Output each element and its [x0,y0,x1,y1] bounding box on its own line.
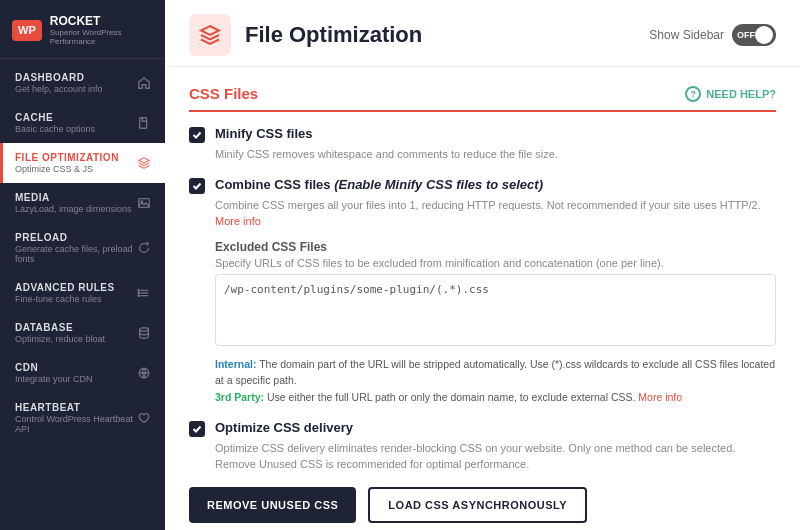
sidebar-toggle-label: Show Sidebar [649,28,724,42]
optimize-css-delivery-desc: Optimize CSS delivery eliminates render-… [215,440,776,473]
combine-css-label-em: (Enable Minify CSS files to select) [334,177,543,192]
logo-icon: WP [12,20,42,41]
content-area: CSS Files ? NEED HELP? Minify CSS files … [165,67,800,530]
toggle-knob [755,26,773,44]
combine-css-more-info-link[interactable]: More info [215,215,261,227]
main-content: File Optimization Show Sidebar OFF CSS F… [165,0,800,530]
svg-point-8 [138,295,139,296]
sidebar-item-file-optimization[interactable]: FILE OPTIMIZATION Optimize CSS & JS [0,143,165,183]
css-files-section-header: CSS Files ? NEED HELP? [189,85,776,112]
sidebar-item-heartbeat[interactable]: HEARTBEAT Control WordPress Heartbeat AP… [0,393,165,443]
globe-icon [135,364,153,382]
minify-css-checkbox[interactable] [189,127,205,143]
3rd-party-label: 3rd Party: [215,391,264,403]
excluded-css-label: Excluded CSS Files [215,240,776,254]
image-icon [135,194,153,212]
combine-css-option: Combine CSS files (Enable Minify CSS fil… [189,177,776,406]
home-icon [135,74,153,92]
file-icon [135,114,153,132]
sidebar-toggle-area: Show Sidebar OFF [649,24,776,46]
sidebar-item-preload[interactable]: PRELOAD Generate cache files, preload fo… [0,223,165,273]
svg-point-6 [138,290,139,291]
internal-label: Internal: [215,358,256,370]
3rd-party-more-info-link[interactable]: More info [638,391,682,403]
page-title: File Optimization [245,22,422,48]
refresh-icon [135,239,153,257]
bottom-buttons: REMOVE UNUSED CSS LOAD CSS ASYNCHRONOUSL… [189,487,776,523]
sidebar-nav: DASHBOARD Get help, account info CACHE B… [0,59,165,530]
help-icon: ? [685,86,701,102]
logo-name: ROCKET [50,14,153,28]
sidebar-item-advanced-rules[interactable]: ADVANCED RULES Fine-tune cache rules [0,273,165,313]
header-layers-icon [198,23,222,47]
sidebar-item-cache[interactable]: CACHE Basic cache options [0,103,165,143]
internal-info: The domain part of the URL will be strip… [215,358,775,387]
layers-icon [135,154,153,172]
combine-css-desc: Combine CSS merges all your files into 1… [215,197,776,230]
svg-rect-0 [140,118,147,129]
sidebar: WP ROCKET Superior WordPress Performance… [0,0,165,530]
optimize-css-delivery-checkbox[interactable] [189,421,205,437]
remove-unused-css-button[interactable]: REMOVE UNUSED CSS [189,487,356,523]
header-icon-box [189,14,231,56]
minify-css-label: Minify CSS files [215,126,313,141]
page-header: File Optimization Show Sidebar OFF [165,0,800,67]
3rd-party-info: Use either the full URL path or only the… [264,391,635,403]
excluded-css-info: Internal: The domain part of the URL wil… [215,356,776,406]
optimize-css-delivery-option: Optimize CSS delivery Optimize CSS deliv… [189,420,776,473]
sidebar-toggle-switch[interactable]: OFF [732,24,776,46]
optimize-css-delivery-label: Optimize CSS delivery [215,420,353,435]
toggle-state-label: OFF [737,30,755,40]
combine-css-checkbox[interactable] [189,178,205,194]
list-icon [135,284,153,302]
sidebar-item-media[interactable]: MEDIA LazyLoad, image dimensions [0,183,165,223]
sidebar-item-cdn[interactable]: CDN Integrate your CDN [0,353,165,393]
sidebar-item-dashboard[interactable]: DASHBOARD Get help, account info [0,63,165,103]
excluded-css-textarea[interactable]: /wp-content/plugins/some-plugin/(.*).css [215,274,776,346]
minify-css-option: Minify CSS files Minify CSS removes whit… [189,126,776,163]
excluded-css-sublabel: Specify URLs of CSS files to be excluded… [215,257,776,269]
sidebar-item-database[interactable]: DATABASE Optimize, reduce bloat [0,313,165,353]
heart-icon [135,409,153,427]
svg-point-9 [140,328,149,332]
section-title: CSS Files [189,85,258,102]
need-help-label: NEED HELP? [706,88,776,100]
need-help-link[interactable]: ? NEED HELP? [685,86,776,102]
svg-rect-1 [139,199,150,208]
load-css-async-button[interactable]: LOAD CSS ASYNCHRONOUSLY [368,487,587,523]
svg-point-7 [138,293,139,294]
minify-css-desc: Minify CSS removes whitespace and commen… [215,146,776,163]
logo-area: WP ROCKET Superior WordPress Performance [0,0,165,59]
combine-css-label: Combine CSS files (Enable Minify CSS fil… [215,177,543,192]
logo-sub: Superior WordPress Performance [50,28,153,46]
database-icon [135,324,153,342]
